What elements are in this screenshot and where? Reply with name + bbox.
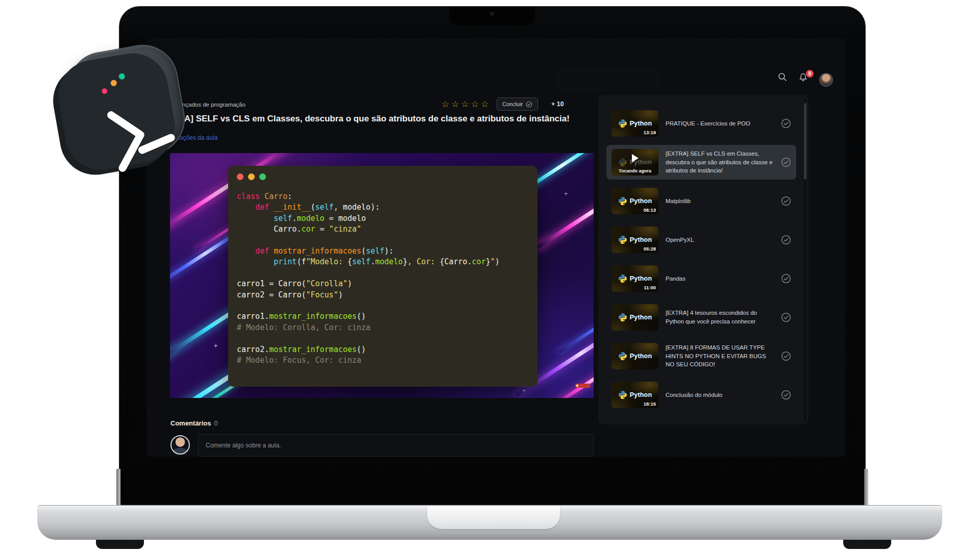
lesson-thumbnail: Python 18:15 [611, 382, 658, 408]
lesson-name: OpenPyXL [666, 236, 774, 244]
completed-check-icon[interactable] [781, 235, 791, 245]
python-logo-icon [618, 119, 627, 128]
laptop-base [37, 505, 942, 540]
now-playing-label: Tocando agora [611, 168, 658, 173]
comments-heading: Comentários0 [170, 419, 218, 427]
lesson-row[interactable]: Python Tocando agora [EXTRA] SELF vs CLS… [606, 145, 796, 180]
lesson-row[interactable]: Python 18:15 Conclusão do módulo [606, 378, 796, 412]
thumbnail-label: Python [630, 275, 652, 282]
video-watermark [575, 384, 590, 388]
lesson-row[interactable]: Python 06:13 Matplotlib [606, 184, 796, 218]
camera-icon [490, 12, 494, 16]
check-circle-icon [526, 101, 532, 108]
python-logo-icon [618, 158, 627, 167]
neon-beam [558, 292, 594, 353]
completed-check-icon[interactable] [781, 118, 791, 129]
thumbnail-label: Python [630, 236, 652, 243]
complete-button-label: Concluir [502, 101, 523, 107]
lesson-row[interactable]: Python 13:19 PRATIQUE - Exercícios de PO… [606, 106, 796, 141]
hinge-edge [864, 469, 868, 506]
hinge-edge [116, 469, 120, 506]
rating-stars[interactable]: ☆☆☆☆☆ [442, 99, 491, 110]
terminal-dot-pink [101, 88, 108, 94]
lesson-thumbnail: Python 13:19 [611, 110, 658, 137]
thumbnail-label: Python [630, 197, 652, 205]
lesson-thumbnail: Python [611, 304, 658, 331]
completed-check-icon[interactable] [781, 390, 791, 400]
python-logo-icon [618, 235, 627, 244]
video-player[interactable]: + + + + class Carro: def __init__(self, … [170, 153, 594, 398]
lesson-name: Pandas [666, 274, 774, 283]
window-close-dot [237, 173, 243, 180]
lesson-list: Python 13:19 PRATIQUE - Exercícios de PO… [606, 106, 796, 412]
notification-badge: 0 [806, 70, 814, 78]
camera-notch [449, 7, 535, 25]
lesson-thumbnail: Python 06:13 [611, 188, 658, 214]
window-minimize-dot [248, 173, 255, 180]
comment-user-avatar [170, 435, 190, 455]
completed-check-icon[interactable] [781, 351, 791, 361]
lesson-name: PRATIQUE - Exercícios de POO [666, 119, 774, 128]
play-icon [632, 154, 639, 162]
complete-button[interactable]: Concluir [497, 97, 538, 111]
lesson-name: [EXTRA] 4 tesouros escondidos do Python … [666, 309, 774, 325]
terminal-dot-green [118, 73, 126, 80]
lesson-duration: 06:13 [644, 207, 656, 213]
sparkle: + [564, 190, 568, 197]
thumbnail-label: Python [630, 391, 652, 398]
thumbnail-label: Python [630, 120, 652, 127]
sparkle: + [214, 342, 218, 349]
lesson-duration: 18:15 [644, 401, 656, 407]
lesson-name: Matplotlib [666, 197, 774, 206]
python-logo-icon [618, 313, 627, 322]
notifications-bell-icon[interactable]: 0 [798, 72, 813, 87]
python-logo-icon [618, 352, 627, 361]
points-label: + 10 [551, 101, 564, 108]
completed-check-icon[interactable] [781, 196, 791, 206]
lesson-name: [EXTRA] 8 FORMAS DE USAR TYPE HINTS NO P… [666, 343, 774, 369]
code-editor-window: class Carro: def __init__(self, modelo):… [228, 166, 537, 387]
comments-count: 0 [214, 419, 217, 427]
scrollbar-thumb[interactable] [804, 103, 806, 180]
page: 0 Conceitos avançados de programação [EX… [0, 0, 980, 551]
sparkle: + [522, 387, 526, 394]
lesson-duration: 11:00 [644, 285, 656, 290]
search-icon[interactable] [777, 72, 793, 87]
window-maximize-dot [259, 173, 266, 180]
lesson-duration: 13:19 [644, 130, 656, 135]
lesson-thumbnail: Python Tocando agora [611, 149, 658, 176]
profile-avatar[interactable] [819, 73, 833, 87]
comments-label: Comentários [170, 419, 211, 427]
python-logo-icon [618, 274, 627, 283]
lesson-sidebar: Python 13:19 PRATIQUE - Exercícios de PO… [598, 95, 808, 424]
lesson-row[interactable]: Python [EXTRA] 4 tesouros escondidos do … [606, 300, 796, 335]
lesson-row[interactable]: Python [EXTRA] 8 FORMAS DE USAR TYPE HIN… [606, 339, 796, 373]
platform-logo [556, 70, 658, 90]
lesson-thumbnail: Python 11:00 [611, 265, 658, 292]
code-block: class Carro: def __init__(self, modelo):… [237, 191, 500, 366]
completed-check-icon[interactable] [781, 157, 791, 167]
laptop-lid-scoop [427, 506, 560, 529]
lesson-row[interactable]: Python 05:28 OpenPyXL [606, 222, 796, 257]
lesson-name: Conclusão do módulo [666, 391, 774, 399]
course-app-window: 0 Conceitos avançados de programação [EX… [146, 38, 845, 457]
thumbnail-label: Python [630, 353, 652, 360]
lesson-thumbnail: Python [611, 343, 658, 369]
terminal-dot-orange [110, 80, 117, 87]
python-logo-icon [618, 390, 627, 399]
completed-check-icon[interactable] [781, 273, 791, 284]
completed-check-icon[interactable] [781, 312, 791, 322]
lesson-row[interactable]: Python 11:00 Pandas [606, 261, 796, 296]
comment-input[interactable] [198, 434, 594, 457]
terminal-prompt-icon [102, 98, 184, 176]
lesson-duration: 05:28 [644, 246, 656, 252]
sidebar-scrollbar[interactable] [804, 99, 806, 420]
thumbnail-label: Python [630, 314, 652, 321]
lesson-name: [EXTRA] SELF vs CLS em Classes, descubra… [666, 149, 774, 175]
lesson-title: [EXTRA] SELF vs CLS em Classes, descubra… [158, 114, 618, 124]
lesson-thumbnail: Python 05:28 [611, 227, 658, 253]
python-logo-icon [618, 196, 627, 206]
